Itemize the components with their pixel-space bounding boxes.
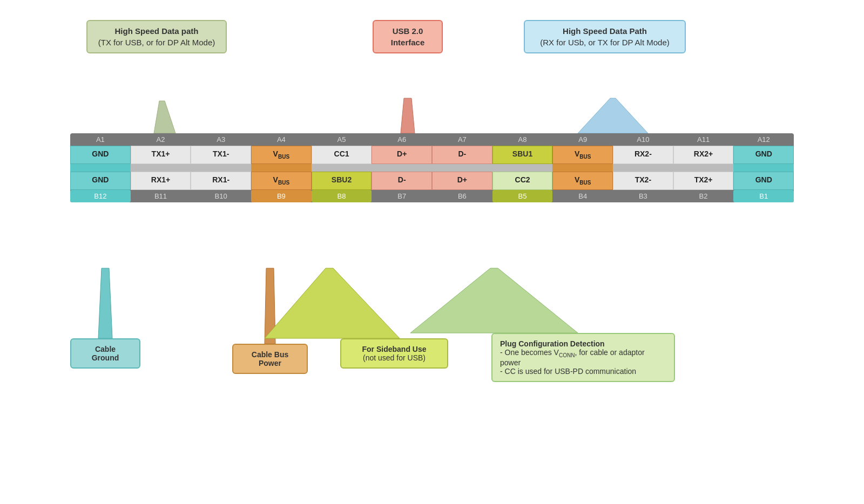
header-b10: B10: [191, 190, 251, 202]
header-b1: B1: [733, 190, 794, 202]
bottom-header-row: B12 B11 B10 B9 B8 B7 B6 B5 B4 B3 B2 B1: [70, 190, 794, 202]
sep-2: [131, 164, 191, 172]
svg-marker-3: [98, 268, 112, 338]
pin-a3: TX1-: [191, 146, 251, 164]
callout-high-speed-rx: High Speed Data Path (RX for USb, or TX …: [524, 20, 686, 53]
callout-cable-bus-power: Cable BusPower: [232, 344, 308, 374]
sep-9: [552, 164, 613, 172]
connector-table: A1 A2 A3 A4 A5 A6 A7 A8 A9 A10 A11 A12 G…: [70, 133, 794, 202]
svg-marker-6: [410, 268, 578, 333]
svg-marker-5: [265, 268, 400, 338]
pin-a8: SBU1: [492, 146, 553, 164]
pin-b1: GND: [733, 172, 794, 190]
sep-10: [613, 164, 673, 172]
svg-marker-4: [265, 268, 275, 344]
sep-3: [191, 164, 251, 172]
callout-plug-config: Plug Configuration Detection - One becom…: [491, 333, 675, 382]
sep-6: [372, 164, 432, 172]
pin-a4: VBUS: [251, 146, 312, 164]
header-a4: A4: [251, 133, 312, 146]
callout-sideband: For Sideband Use (not used for USB): [340, 338, 448, 369]
header-b6: B6: [432, 190, 492, 202]
header-b3: B3: [613, 190, 673, 202]
header-b5: B5: [492, 190, 553, 202]
header-b11: B11: [131, 190, 191, 202]
top-header-row: A1 A2 A3 A4 A5 A6 A7 A8 A9 A10 A11 A12: [70, 133, 794, 146]
pin-a12: GND: [733, 146, 794, 164]
pin-b2: TX2+: [673, 172, 734, 190]
callout-high-speed-tx: High Speed Data path (TX for USB, or for…: [86, 20, 227, 53]
pin-a9: VBUS: [552, 146, 613, 164]
header-a7: A7: [432, 133, 492, 146]
sep-12: [733, 164, 794, 172]
svg-marker-1: [401, 98, 415, 133]
pin-a7: D-: [432, 146, 492, 164]
header-b7: B7: [372, 190, 432, 202]
header-a1: A1: [70, 133, 131, 146]
sep-7: [432, 164, 492, 172]
pin-b10: RX1-: [191, 172, 251, 190]
pin-b12: GND: [70, 172, 131, 190]
header-a5: A5: [312, 133, 372, 146]
header-a10: A10: [613, 133, 673, 146]
pin-b5: CC2: [492, 172, 553, 190]
sep-1: [70, 164, 131, 172]
pin-b8: SBU2: [312, 172, 372, 190]
pin-a1: GND: [70, 146, 131, 164]
arrows-overlay: [54, 15, 810, 489]
usb-c-diagram: High Speed Data path (TX for USB, or for…: [54, 15, 810, 489]
pin-b11: RX1+: [131, 172, 191, 190]
svg-marker-2: [578, 98, 648, 133]
pin-a10: RX2-: [613, 146, 673, 164]
pin-row-a: GND TX1+ TX1- VBUS CC1 D+ D- SBU1 VBUS R…: [70, 146, 794, 164]
pin-b7: D-: [372, 172, 432, 190]
header-a9: A9: [552, 133, 613, 146]
pin-a11: RX2+: [673, 146, 734, 164]
header-a2: A2: [131, 133, 191, 146]
pin-b4: VBUS: [552, 172, 613, 190]
header-b9: B9: [251, 190, 312, 202]
header-b2: B2: [673, 190, 734, 202]
header-b4: B4: [552, 190, 613, 202]
pin-a6: D+: [372, 146, 432, 164]
sep-8: [492, 164, 553, 172]
pin-a5: CC1: [312, 146, 372, 164]
callout-cable-ground: CableGround: [70, 338, 140, 369]
svg-marker-0: [154, 101, 176, 133]
pin-b9: VBUS: [251, 172, 312, 190]
pin-a2: TX1+: [131, 146, 191, 164]
header-a3: A3: [191, 133, 251, 146]
header-b8: B8: [312, 190, 372, 202]
pin-row-b: GND RX1+ RX1- VBUS SBU2 D- D+ CC2 VBUS T…: [70, 172, 794, 190]
header-b12: B12: [70, 190, 131, 202]
sep-11: [673, 164, 734, 172]
header-a6: A6: [372, 133, 432, 146]
callout-usb2: USB 2.0Interface: [373, 20, 443, 53]
pin-b3: TX2-: [613, 172, 673, 190]
sep-5: [312, 164, 372, 172]
sep-4: [251, 164, 312, 172]
header-a11: A11: [673, 133, 734, 146]
separator-row: [70, 164, 794, 172]
pin-b6: D+: [432, 172, 492, 190]
header-a12: A12: [733, 133, 794, 146]
header-a8: A8: [492, 133, 553, 146]
